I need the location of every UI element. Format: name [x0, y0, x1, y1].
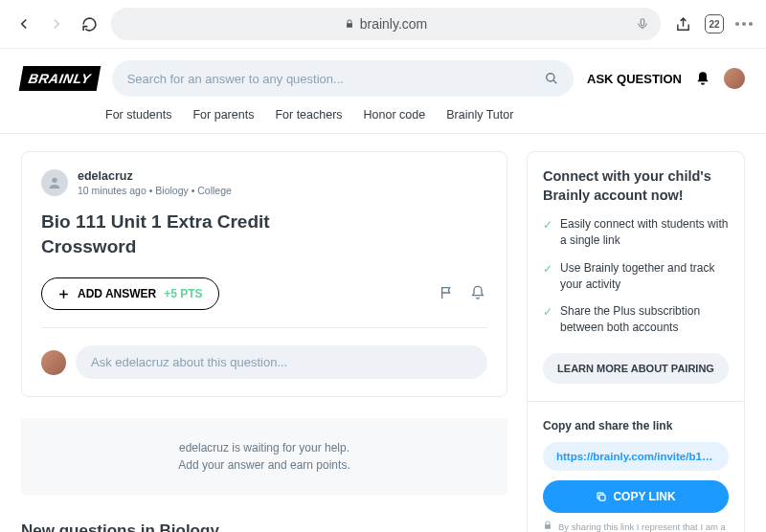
- search-icon[interactable]: [545, 72, 558, 85]
- check-icon: ✓: [543, 304, 552, 336]
- svg-point-1: [547, 74, 554, 81]
- mic-icon[interactable]: [636, 17, 649, 31]
- benefit-1: ✓ Easily connect with students with a si…: [543, 216, 729, 249]
- share-button[interactable]: [672, 13, 693, 34]
- notifications-icon[interactable]: [695, 71, 710, 86]
- question-header: edelacruz 10 minutes ago • Biology • Col…: [41, 169, 487, 196]
- divider: [528, 401, 744, 402]
- lock-icon: [345, 19, 354, 29]
- nav-teachers[interactable]: For teachers: [275, 108, 342, 122]
- search-input[interactable]: [127, 72, 545, 86]
- question-actions: ADD ANSWER +5 PTS: [41, 277, 487, 310]
- new-questions-title: New questions in Biology: [21, 521, 507, 532]
- nav-links: For students For parents For teachers Ho…: [0, 97, 766, 134]
- my-avatar[interactable]: [41, 350, 66, 375]
- sidebar: Connect with your child's Brainly accoun…: [527, 151, 745, 532]
- more-icon[interactable]: [735, 22, 753, 26]
- question-card: edelacruz 10 minutes ago • Biology • Col…: [21, 151, 507, 397]
- question-meta: 10 minutes ago • Biology • College: [78, 185, 232, 196]
- invite-link[interactable]: https://brainly.com/invite/b17ff..: [543, 442, 729, 471]
- copy-link-button[interactable]: COPY LINK: [543, 480, 729, 513]
- back-button[interactable]: [13, 13, 34, 34]
- waiting-line1: edelacruz is waiting for your help.: [42, 439, 486, 456]
- ask-user-input[interactable]: Ask edelacruz about this question...: [76, 345, 487, 379]
- ask-user-section: Ask edelacruz about this question...: [41, 327, 487, 379]
- main-column: edelacruz 10 minutes ago • Biology • Col…: [21, 151, 507, 532]
- question-title: Bio 111 Unit 1 Extra Credit Crossword: [41, 210, 309, 258]
- nav-parents[interactable]: For parents: [192, 108, 254, 122]
- user-avatar[interactable]: [41, 169, 68, 196]
- svg-rect-0: [641, 19, 644, 26]
- question-username[interactable]: edelacruz: [78, 169, 232, 183]
- check-icon: ✓: [543, 217, 552, 249]
- waiting-banner: edelacruz is waiting for your help. Add …: [21, 418, 507, 495]
- brainly-logo[interactable]: BRAINLY: [19, 66, 101, 91]
- lock-icon: [543, 521, 552, 532]
- url-bar[interactable]: brainly.com: [111, 8, 661, 40]
- svg-rect-3: [599, 495, 605, 500]
- flag-icon[interactable]: [439, 285, 457, 302]
- learn-more-button[interactable]: LEARN MORE ABOUT PAIRING: [543, 353, 729, 384]
- nav-students[interactable]: For students: [105, 108, 171, 122]
- disclaimer: By sharing this link I represent that I …: [543, 521, 729, 532]
- add-answer-button[interactable]: ADD ANSWER +5 PTS: [41, 277, 219, 310]
- benefit-3: ✓ Share the Plus subscribtion between bo…: [543, 303, 729, 336]
- check-icon: ✓: [543, 261, 552, 293]
- bell-icon[interactable]: [470, 285, 487, 302]
- ask-question-button[interactable]: ASK QUESTION: [587, 72, 682, 86]
- svg-point-2: [52, 178, 56, 183]
- browser-toolbar: brainly.com 22: [0, 0, 766, 49]
- copy-link-title: Copy and share the link: [543, 419, 729, 432]
- url-text: brainly.com: [360, 16, 428, 32]
- search-bar[interactable]: [112, 60, 574, 97]
- waiting-line2: Add your answer and earn points.: [42, 456, 486, 474]
- pairing-card: Connect with your child's Brainly accoun…: [527, 151, 745, 532]
- site-header: BRAINLY ASK QUESTION: [0, 49, 766, 97]
- forward-button[interactable]: [46, 13, 67, 34]
- avatar[interactable]: [724, 68, 745, 89]
- pairing-title: Connect with your child's Brainly accoun…: [543, 167, 729, 205]
- refresh-button[interactable]: [79, 13, 100, 34]
- nav-tutor[interactable]: Brainly Tutor: [446, 108, 513, 122]
- nav-honor[interactable]: Honor code: [364, 108, 426, 122]
- benefit-2: ✓ Use Brainly together and track your ac…: [543, 260, 729, 293]
- tabs-button[interactable]: 22: [705, 14, 724, 33]
- content: edelacruz 10 minutes ago • Biology • Col…: [0, 134, 766, 532]
